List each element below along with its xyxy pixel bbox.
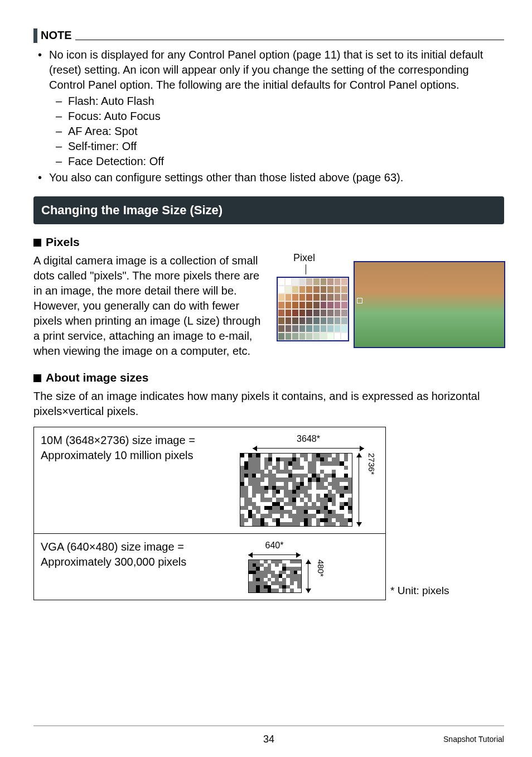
pixels-heading: Pixels [33, 234, 504, 250]
size-10m-h-label: 3648* [253, 433, 364, 445]
sample-photo [354, 261, 505, 348]
pixel-zoom-grid [277, 277, 349, 341]
default-self-timer: Self-timer: Off [56, 139, 504, 154]
about-sizes-heading: About image sizes [33, 370, 504, 385]
size-vga-diagram: 640* 480* [231, 534, 385, 600]
default-af-area: AF Area: Spot [56, 124, 504, 139]
square-bullet-icon [33, 239, 41, 247]
pixel-sample-marker [357, 298, 362, 303]
size-10m-pixel-grid [240, 453, 352, 527]
size-vga-h-label: 640* [248, 539, 301, 552]
size-vga-v-label: 480* [315, 560, 326, 593]
note-bullet-1-text: No icon is displayed for any Control Pan… [49, 49, 483, 91]
page-number: 34 [190, 732, 347, 746]
size-row-vga: VGA (640×480) size image = Approximately… [34, 533, 385, 600]
square-bullet-icon [33, 374, 41, 382]
size-10m-v-label: 2736* [366, 453, 377, 527]
size-vga-desc: VGA (640×480) size image = Approximately… [34, 534, 231, 600]
section-title-bar: Changing the Image Size (Size) [33, 196, 504, 224]
note-bullet-list: No icon is displayed for any Control Pan… [33, 47, 504, 185]
note-heading: NOTE [33, 28, 504, 43]
note-bullet-2-text: You also can configure settings other th… [49, 171, 403, 184]
note-bullet-1-sublist: Flash: Auto Flash Focus: Auto Focus AF A… [56, 94, 504, 169]
footer-section-name: Snapshot Tutorial [443, 735, 504, 744]
pixels-body-text: A digital camera image is a collection o… [33, 253, 264, 359]
note-rule [75, 40, 504, 40]
size-10m-diagram: 3648* 2736* [231, 427, 385, 533]
default-flash: Flash: Auto Flash [56, 94, 504, 109]
note-label: NOTE [41, 28, 75, 43]
note-bullet-1: No icon is displayed for any Control Pan… [33, 47, 504, 169]
size-10m-desc: 10M (3648×2736) size image = Approximate… [34, 427, 231, 533]
default-face-detection: Face Detection: Off [56, 154, 504, 169]
size-row-10m: 10M (3648×2736) size image = Approximate… [34, 427, 385, 533]
pixel-leader-line [306, 264, 306, 274]
note-bar-accent [33, 28, 37, 43]
about-sizes-body: The size of an image indicates how many … [33, 389, 504, 419]
pixel-figure: Pixel [281, 253, 504, 348]
pixel-callout-label: Pixel [293, 251, 315, 264]
pixels-heading-text: Pixels [46, 235, 80, 248]
default-focus: Focus: Auto Focus [56, 109, 504, 124]
size-vga-pixel-grid [248, 560, 302, 593]
about-sizes-heading-text: About image sizes [46, 371, 148, 384]
note-bullet-2: You also can configure settings other th… [33, 170, 504, 185]
image-size-table: 10M (3648×2736) size image = Approximate… [33, 427, 386, 600]
unit-footnote: * Unit: pixels [390, 584, 532, 598]
page-footer: 34 Snapshot Tutorial [33, 725, 504, 746]
